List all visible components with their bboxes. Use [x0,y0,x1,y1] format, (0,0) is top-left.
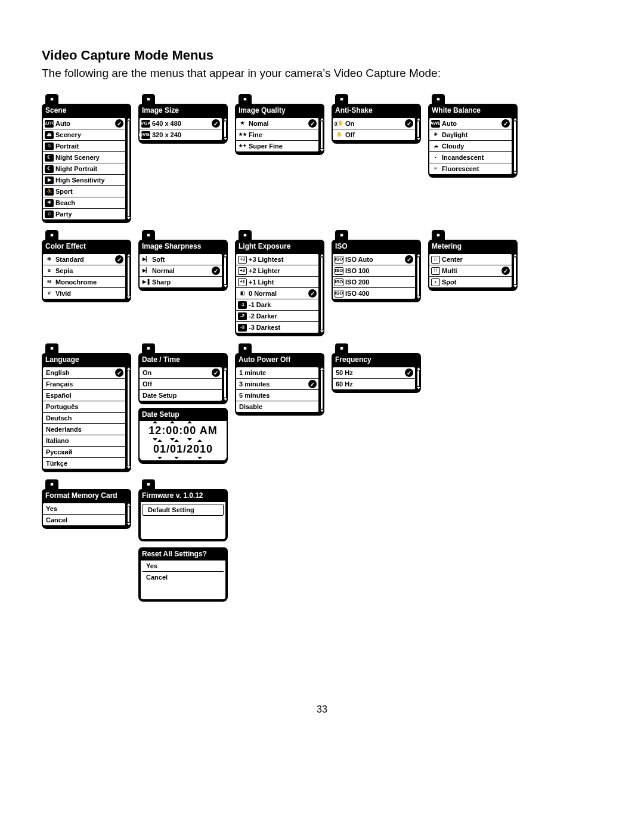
menu-item[interactable]: ★★Fine [236,129,318,141]
menu-item[interactable]: ISOISO Auto✓ [333,254,415,265]
scrollbar[interactable] [127,503,130,525]
scrollbar[interactable] [127,367,130,469]
menu-item[interactable]: MMonochrome [43,277,125,288]
menu-item[interactable]: Español [43,390,125,401]
menu-item[interactable]: ((✋On✓ [333,118,415,129]
menu-item[interactable]: AWBAuto✓ [429,118,512,129]
menu-header: Auto Power Off [235,353,324,366]
scrollbar[interactable] [320,367,323,412]
menu-item[interactable]: ⛹Sport [43,186,125,197]
item-label: Nomal [249,120,308,127]
menu-item[interactable]: Default Setting [143,504,224,516]
menu-item[interactable]: ☀Daylight [429,129,512,141]
time-display[interactable]: 12:00:00 AM [142,425,224,437]
menu-item[interactable]: AUTOAuto✓ [43,118,125,129]
menu-item[interactable]: VVivid [43,288,125,299]
menu-item[interactable]: ⛰Scenery [43,129,125,141]
item-icon: ≡ [431,165,440,173]
item-label: ISO 100 [345,267,413,274]
menu-item[interactable]: ★Nomal✓ [236,118,318,129]
menu-item[interactable]: ISOISO 100 [333,265,415,277]
item-icon: • [431,278,440,286]
menu-item[interactable]: ▶▏Normal✓ [140,265,222,277]
menu-item[interactable]: ☺Portrait [43,141,125,152]
menu-item[interactable]: ☁Cloudy [429,141,512,152]
menu-item[interactable]: ISOISO 400 [333,288,415,299]
scrollbar[interactable] [127,254,130,299]
menu-item[interactable]: ☾Night Portrait [43,163,125,175]
menu-header: Image Sharpness [138,240,228,253]
scrollbar[interactable] [513,254,516,287]
item-icon: ISO [335,256,343,264]
menu-item[interactable]: Français [43,379,125,390]
scrollbar[interactable] [417,254,420,299]
menu-item[interactable]: ☾Night Scenery [43,152,125,163]
menu-item[interactable]: Nederlands [43,424,125,435]
menu-item[interactable]: •Spot [429,277,512,287]
menu-item[interactable]: VGA640 x 480✓ [140,118,222,129]
menu-header: Firmware v. 1.0.12 [138,489,228,502]
menu-item[interactable]: ☀Beach [43,197,125,209]
menu-item[interactable]: SSepia [43,265,125,277]
scrollbar[interactable] [127,118,130,219]
menu-item[interactable]: ISOISO 200 [333,277,415,288]
scrollbar[interactable] [224,118,227,140]
menu-item[interactable]: 3 minutes✓ [236,379,318,390]
menu-item[interactable]: Cancel [143,572,224,583]
menu-frequency: ■Frequency50 Hz✓60 Hz [332,343,421,393]
menu-item[interactable]: Türkçe [43,458,125,469]
menu-item[interactable]: ▶▐Sharp [140,277,222,287]
menu-item[interactable]: Yes [143,561,224,572]
menu-item[interactable]: +2+2 Lighter [236,265,318,277]
menu-item[interactable]: Português [43,401,125,413]
menu-item[interactable]: ◧0 Normal✓ [236,288,318,299]
menu-item[interactable]: Русский [43,447,125,458]
menu-item[interactable]: ✋Off [333,129,415,140]
menu-item[interactable]: ∷Multi✓ [429,265,512,277]
menu-item[interactable]: 60 Hz [333,379,415,389]
menu-item[interactable]: English✓ [43,367,125,379]
menu-item[interactable]: ≡Fluorescent [429,163,512,174]
menu-item[interactable]: -2-2 Darker [236,311,318,322]
menu-item[interactable]: ▶▏Soft [140,254,222,265]
menu-item[interactable]: 50 Hz✓ [333,367,415,379]
menu-item[interactable]: ★✦Super Fine [236,141,318,151]
scrollbar[interactable] [224,367,227,401]
item-icon: ✻ [45,256,54,264]
menu-item[interactable]: ▶High Sensitivity [43,175,125,186]
menu-item[interactable]: -3-3 Darkest [236,322,318,333]
menu-item[interactable]: Off [140,379,222,390]
scrollbar[interactable] [320,118,323,151]
menu-item[interactable]: +3+3 Lightest [236,254,318,265]
menu-item[interactable]: +1+1 Light [236,277,318,288]
item-label: Yes [45,505,123,512]
menu-item[interactable]: Deutsch [43,413,125,424]
menu-item[interactable]: Italiano [43,435,125,447]
menu-tab-icon: ■ [239,343,252,353]
menu-item[interactable]: On✓ [140,367,222,379]
item-label: 320 x 240 [152,131,220,138]
menu-item[interactable]: •Incandescent [429,152,512,163]
scrollbar[interactable] [513,118,516,174]
scrollbar[interactable] [320,254,323,333]
menu-item[interactable]: □Center [429,254,512,265]
scrollbar[interactable] [417,367,420,389]
scrollbar[interactable] [417,118,420,140]
menu-item[interactable]: ✻Standard✓ [43,254,125,265]
menu-item[interactable]: ♫Party [43,209,125,219]
menu-date_time: ■Date / TimeOn✓OffDate Setup [138,343,228,404]
menu-item[interactable]: Date Setup [140,390,222,401]
menu-item[interactable]: Yes [43,503,125,515]
scrollbar[interactable] [224,254,227,287]
menu-item[interactable]: -1-1 Dark [236,299,318,311]
menu-item[interactable]: Cancel [43,515,125,525]
menu-item[interactable]: 5 minutes [236,390,318,401]
menu-item[interactable]: Disable [236,401,318,412]
menu-item[interactable]: 1 minute [236,367,318,379]
item-label: Standard [55,256,115,263]
date-display[interactable]: 01/01/2010 [142,443,224,456]
menu-item[interactable]: QVGA320 x 240 [140,129,222,140]
item-label: Incandescent [442,154,510,161]
item-label: Scenery [55,131,123,138]
item-icon: ★✦ [238,143,247,150]
